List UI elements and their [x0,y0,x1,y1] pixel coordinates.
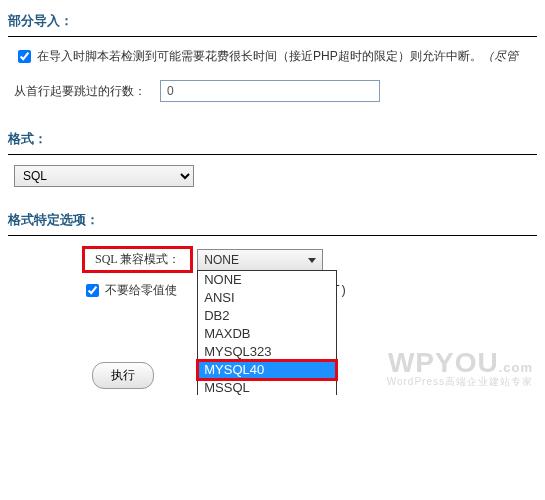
interrupt-label: 在导入时脚本若检测到可能需要花费很长时间（接近PHP超时的限定）则允许中断。（尽… [37,48,518,65]
divider [8,154,537,155]
compat-option-db2[interactable]: DB2 [198,307,336,325]
divider [8,235,537,236]
zero-label: 不要给零值使 [105,282,177,299]
section-format-options-header: 格式特定选项： [8,211,537,231]
execute-button[interactable]: 执行 [92,362,154,389]
section-format-header: 格式： [8,130,537,150]
interrupt-checkbox[interactable] [18,50,31,63]
compat-mode-label: SQL 兼容模式： [82,246,193,273]
skip-label: 从首行起要跳过的行数： [14,83,146,100]
divider [8,36,537,37]
compat-option-mysql323[interactable]: MYSQL323 [198,343,336,361]
compat-option-ansi[interactable]: ANSI [198,289,336,307]
compat-option-maxdb[interactable]: MAXDB [198,325,336,343]
compat-select[interactable]: NONE NONEANSIDB2MAXDBMYSQL323MYSQL40MSSQ… [197,249,323,271]
section-partial-import-header: 部分导入： [8,12,537,32]
format-row: SQL [8,165,537,187]
watermark: WPYOU.com WordPress高端企业建站专家 [387,347,533,389]
zero-checkbox[interactable] [86,284,99,297]
format-select[interactable]: SQL [14,165,194,187]
interrupt-row: 在导入时脚本若检测到可能需要花费很长时间（接近PHP超时的限定）则允许中断。（尽… [8,47,537,66]
compat-select-display[interactable]: NONE [197,249,323,271]
compat-option-mysql40[interactable]: MYSQL40 [198,361,336,379]
compat-option-none[interactable]: NONE [198,271,336,289]
compat-option-mssql[interactable]: MSSQL [198,379,336,396]
skip-rows-input[interactable] [160,80,380,102]
skip-row: 从首行起要跳过的行数： [8,80,537,102]
compat-dropdown-list[interactable]: NONEANSIDB2MAXDBMYSQL323MYSQL40MSSQLORAC… [197,270,337,396]
